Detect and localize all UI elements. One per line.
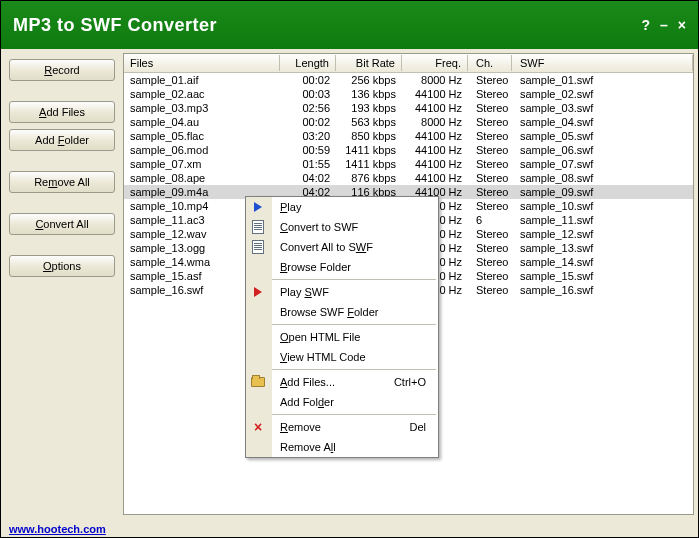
cell-ch: Stereo [468, 88, 512, 100]
cell-ch: Stereo [468, 116, 512, 128]
cell-freq: 44100 Hz [402, 158, 468, 170]
cell-length: 02:56 [280, 102, 336, 114]
cell-bitrate: 256 kbps [336, 74, 402, 86]
table-row[interactable]: sample_07.xm01:551411 kbps44100 HzStereo… [124, 157, 693, 171]
cell-files: sample_02.aac [124, 88, 280, 100]
menu-convert-all-to-swf[interactable]: Convert All to SWF [272, 237, 438, 257]
menu-separator [272, 279, 436, 280]
add-folder-button[interactable]: Add Folder [9, 129, 115, 151]
shortcut-label: Ctrl+O [394, 376, 426, 388]
menu-remove-all[interactable]: Remove All [272, 437, 438, 457]
play-swf-icon [250, 284, 266, 300]
cell-bitrate: 193 kbps [336, 102, 402, 114]
cell-bitrate: 136 kbps [336, 88, 402, 100]
col-header-freq[interactable]: Freq. [402, 55, 468, 71]
cell-bitrate: 850 kbps [336, 130, 402, 142]
titlebar: MP3 to SWF Converter ? – × [1, 1, 698, 49]
menu-convert-to-swf[interactable]: Convert to SWF [272, 217, 438, 237]
menu-browse-folder[interactable]: Browse Folder [272, 257, 438, 277]
cell-freq: 8000 Hz [402, 74, 468, 86]
close-button[interactable]: × [678, 17, 686, 33]
col-header-length[interactable]: Length [280, 55, 336, 71]
cell-swf: sample_11.swf [512, 214, 693, 226]
cell-freq: 44100 Hz [402, 144, 468, 156]
cell-length: 00:02 [280, 116, 336, 128]
col-header-swf[interactable]: SWF [512, 55, 693, 71]
cell-swf: sample_05.swf [512, 130, 693, 142]
website-link[interactable]: www.hootech.com [9, 523, 106, 535]
cell-length: 00:02 [280, 74, 336, 86]
cell-freq: 44100 Hz [402, 172, 468, 184]
table-row[interactable]: sample_08.ape04:02876 kbps44100 HzStereo… [124, 171, 693, 185]
options-button[interactable]: Options [9, 255, 115, 277]
documents-icon [250, 239, 266, 255]
cell-ch: Stereo [468, 158, 512, 170]
table-row[interactable]: sample_02.aac00:03136 kbps44100 HzStereo… [124, 87, 693, 101]
cell-swf: sample_14.swf [512, 256, 693, 268]
menu-view-html-code[interactable]: View HTML Code [272, 347, 438, 367]
cell-ch: Stereo [468, 284, 512, 296]
remove-icon: × [250, 419, 266, 435]
menu-add-files[interactable]: Add Files... Ctrl+O [272, 372, 438, 392]
cell-files: sample_06.mod [124, 144, 280, 156]
menu-browse-swf-folder[interactable]: Browse SWF Folder [272, 302, 438, 322]
menu-open-html-file[interactable]: Open HTML File [272, 327, 438, 347]
cell-ch: Stereo [468, 144, 512, 156]
record-button[interactable]: Record [9, 59, 115, 81]
cell-ch: Stereo [468, 130, 512, 142]
help-button[interactable]: ? [641, 17, 650, 33]
cell-files: sample_04.au [124, 116, 280, 128]
add-files-button[interactable]: Add Files [9, 101, 115, 123]
menu-separator [272, 324, 436, 325]
cell-swf: sample_03.swf [512, 102, 693, 114]
minimize-button[interactable]: – [660, 17, 668, 33]
col-header-bitrate[interactable]: Bit Rate [336, 55, 402, 71]
folder-open-icon [250, 374, 266, 390]
shortcut-label: Del [409, 421, 426, 433]
col-header-files[interactable]: Files [124, 55, 280, 71]
cell-ch: 6 [468, 214, 512, 226]
cell-ch: Stereo [468, 256, 512, 268]
context-menu: Play Convert to SWF Convert All to SWF B… [245, 196, 439, 458]
table-row[interactable]: sample_01.aif00:02256 kbps8000 HzStereos… [124, 73, 693, 87]
remove-all-button[interactable]: Remove All [9, 171, 115, 193]
cell-ch: Stereo [468, 74, 512, 86]
cell-swf: sample_02.swf [512, 88, 693, 100]
menu-add-folder[interactable]: Add Folder [272, 392, 438, 412]
cell-ch: Stereo [468, 172, 512, 184]
table-row[interactable]: sample_06.mod00:591411 kbps44100 HzStere… [124, 143, 693, 157]
cell-freq: 8000 Hz [402, 116, 468, 128]
menu-play-swf[interactable]: Play SWF [272, 282, 438, 302]
cell-files: sample_03.mp3 [124, 102, 280, 114]
cell-swf: sample_15.swf [512, 270, 693, 282]
document-icon [250, 219, 266, 235]
cell-swf: sample_08.swf [512, 172, 693, 184]
cell-bitrate: 1411 kbps [336, 158, 402, 170]
cell-files: sample_05.flac [124, 130, 280, 142]
cell-freq: 44100 Hz [402, 102, 468, 114]
cell-swf: sample_01.swf [512, 74, 693, 86]
menu-separator [272, 369, 436, 370]
cell-swf: sample_16.swf [512, 284, 693, 296]
cell-freq: 44100 Hz [402, 88, 468, 100]
cell-bitrate: 1411 kbps [336, 144, 402, 156]
cell-ch: Stereo [468, 270, 512, 282]
cell-length: 04:02 [280, 172, 336, 184]
sidebar: Record Add Files Add Folder Remove All C… [5, 53, 119, 515]
footer: www.hootech.com [1, 519, 698, 538]
table-row[interactable]: sample_05.flac03:20850 kbps44100 HzStere… [124, 129, 693, 143]
cell-bitrate: 563 kbps [336, 116, 402, 128]
table-header: Files Length Bit Rate Freq. Ch. SWF [124, 54, 693, 73]
cell-length: 00:03 [280, 88, 336, 100]
col-header-ch[interactable]: Ch. [468, 55, 512, 71]
table-row[interactable]: sample_04.au00:02563 kbps8000 HzStereosa… [124, 115, 693, 129]
convert-all-button[interactable]: Convert All [9, 213, 115, 235]
menu-remove[interactable]: × Remove Del [272, 417, 438, 437]
menu-play[interactable]: Play [272, 197, 438, 217]
cell-swf: sample_06.swf [512, 144, 693, 156]
table-row[interactable]: sample_03.mp302:56193 kbps44100 HzStereo… [124, 101, 693, 115]
cell-ch: Stereo [468, 102, 512, 114]
cell-ch: Stereo [468, 186, 512, 198]
window-controls: ? – × [641, 17, 686, 33]
cell-length: 01:55 [280, 158, 336, 170]
